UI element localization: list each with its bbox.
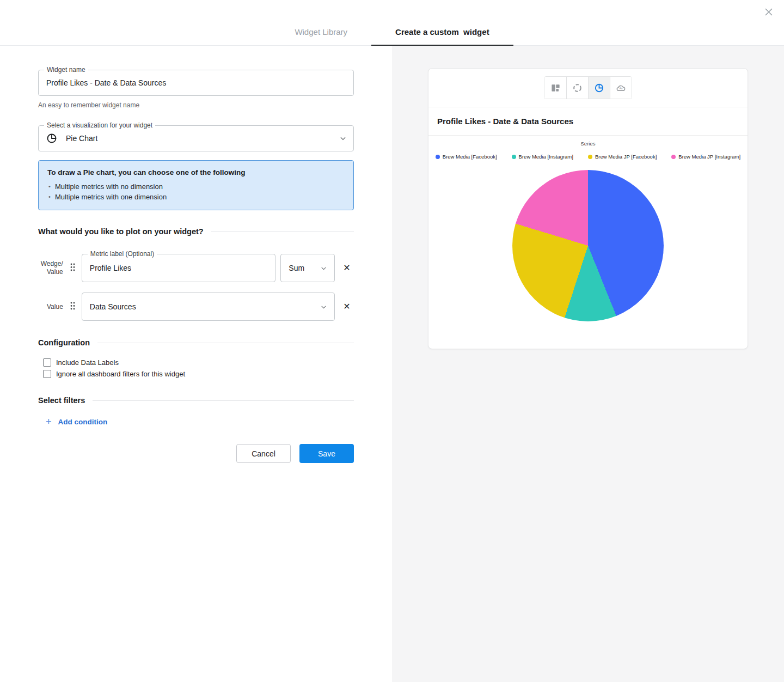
visualization-select[interactable]: Select a visualization for your widget P… xyxy=(38,125,354,151)
info-box-title: To draw a Pie chart, you can choose one … xyxy=(47,168,345,176)
chart-type-switcher: Aa xyxy=(544,76,632,99)
plus-icon: + xyxy=(46,417,52,427)
tab-create-custom-widget[interactable]: Create a custom widget xyxy=(371,27,513,46)
configuration-heading: Configuration xyxy=(38,338,354,347)
legend-dot xyxy=(436,155,440,159)
cancel-button[interactable]: Cancel xyxy=(236,444,291,463)
ignore-dashboard-filters-checkbox-row[interactable]: Ignore all dashboard filters for this wi… xyxy=(38,368,354,379)
metric-row-label: Wedge/ Value xyxy=(38,260,63,276)
metric-label-input[interactable]: Metric label (Optional) Profile Likes xyxy=(82,254,276,282)
checkbox-icon[interactable] xyxy=(43,370,51,378)
save-button[interactable]: Save xyxy=(299,444,354,463)
tab-widget-library[interactable]: Widget Library xyxy=(271,27,371,45)
legend-dot xyxy=(671,155,676,159)
svg-text:Aa: Aa xyxy=(620,87,623,90)
checkbox-label: Ignore all dashboard filters for this wi… xyxy=(56,370,185,378)
close-icon[interactable] xyxy=(762,5,775,19)
aggregation-select[interactable]: Sum xyxy=(280,254,335,282)
widget-preview-card: Aa Profile Likes - Date & Data Sources S… xyxy=(428,68,748,349)
legend-item[interactable]: Brew Media [Instagram] xyxy=(512,154,573,160)
legend-label: Brew Media [Instagram] xyxy=(519,154,573,160)
select-filters-heading: Select filters xyxy=(38,396,354,405)
legend-dot xyxy=(588,155,592,159)
legend-label: Brew Media [Facebook] xyxy=(443,154,497,160)
preview-panel: Aa Profile Likes - Date & Data Sources S… xyxy=(392,46,784,682)
chevron-down-icon xyxy=(339,135,347,142)
pie-chart-icon xyxy=(46,133,57,144)
metric-row-label: Value xyxy=(38,303,63,311)
metric-label-floating-label: Metric label (Optional) xyxy=(88,250,157,258)
metric-row-wedge-value: Wedge/ Value Metric label (Optional) Pro… xyxy=(38,254,354,282)
legend-label: Brew Media JP [Instagram] xyxy=(678,154,740,160)
chevron-down-icon xyxy=(320,303,328,310)
pie-chart[interactable] xyxy=(512,170,664,321)
chevron-down-icon xyxy=(320,264,328,272)
select-filters-title: Select filters xyxy=(38,396,85,405)
legend-label: Brew Media JP [Facebook] xyxy=(595,154,657,160)
widget-form-panel: Widget name Profile Likes - Date & Data … xyxy=(0,46,392,682)
info-box-bullet: Multiple metrics with one dimension xyxy=(47,192,345,202)
visualization-value: Pie Chart xyxy=(66,134,97,143)
add-condition-button[interactable]: + Add condition xyxy=(46,417,354,427)
legend-title: Series xyxy=(428,141,748,147)
remove-metric-button[interactable]: ✕ xyxy=(340,261,354,275)
drag-handle-icon[interactable] xyxy=(70,302,75,312)
metric-row-value: Value Data Sources ✕ xyxy=(38,293,354,321)
drag-handle-icon[interactable] xyxy=(70,263,75,273)
metric-label-value: Profile Likes xyxy=(90,264,131,272)
aggregation-value: Sum xyxy=(289,264,304,272)
checkbox-label: Include Data Labels xyxy=(56,358,119,367)
widget-name-label: Widget name xyxy=(44,66,88,74)
include-data-labels-checkbox-row[interactable]: Include Data Labels xyxy=(38,357,354,368)
info-box-bullet: Multiple metrics with no dimension xyxy=(47,181,345,192)
legend-dot xyxy=(512,155,516,159)
visualization-label: Select a visualization for your widget xyxy=(44,121,155,129)
donut-chart-icon[interactable] xyxy=(566,77,588,99)
remove-dimension-button[interactable]: ✕ xyxy=(340,300,354,314)
widget-name-value: Profile Likes - Date & Data Sources xyxy=(46,78,166,87)
word-cloud-icon[interactable]: Aa xyxy=(610,77,632,99)
legend-item[interactable]: Brew Media JP [Facebook] xyxy=(588,154,657,160)
plot-section-title: What would you like to plot on your widg… xyxy=(38,227,204,236)
dimension-select[interactable]: Data Sources xyxy=(82,293,335,321)
table-chart-icon[interactable] xyxy=(544,77,566,99)
dialog-header: Widget Library Create a custom widget xyxy=(0,0,784,46)
widget-name-field[interactable]: Widget name Profile Likes - Date & Data … xyxy=(38,70,354,96)
preview-chart-title: Profile Likes - Date & Data Sources xyxy=(428,107,748,136)
chart-legend: Brew Media [Facebook]Brew Media [Instagr… xyxy=(428,154,748,160)
checkbox-icon[interactable] xyxy=(43,358,51,367)
configuration-title: Configuration xyxy=(38,338,90,347)
pie-chart-icon[interactable] xyxy=(588,77,610,99)
dimension-value: Data Sources xyxy=(90,302,136,311)
legend-item[interactable]: Brew Media [Facebook] xyxy=(436,154,497,160)
widget-name-helper: An easy to remember widget name xyxy=(38,101,354,109)
plot-section-heading: What would you like to plot on your widg… xyxy=(38,227,354,236)
tab-bar: Widget Library Create a custom widget xyxy=(271,27,513,45)
pie-chart-info-box: To draw a Pie chart, you can choose one … xyxy=(38,160,354,210)
add-condition-label: Add condition xyxy=(58,418,108,426)
legend-item[interactable]: Brew Media JP [Instagram] xyxy=(671,154,740,160)
